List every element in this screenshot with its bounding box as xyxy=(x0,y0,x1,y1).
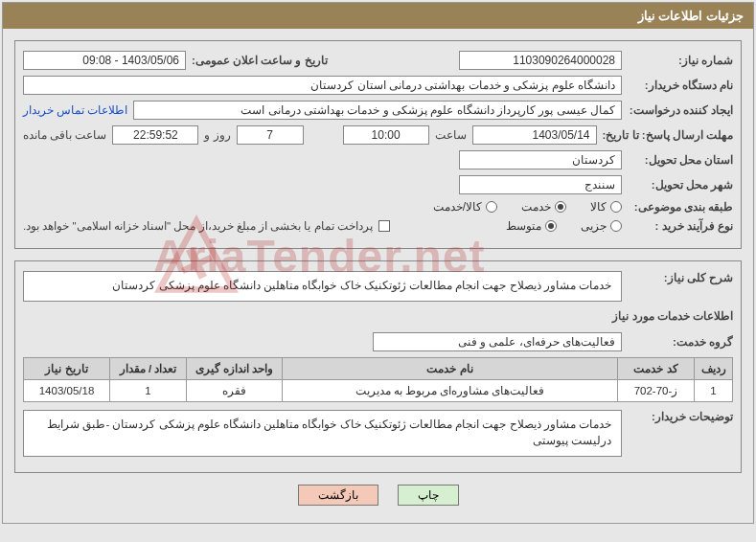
countdown-value: 22:59:52 xyxy=(112,125,198,145)
detail-panel: شرح کلی نیاز: خدمات مشاور ذیصلاح جهت انج… xyxy=(14,260,742,473)
td-code: ز-70-702 xyxy=(618,380,695,402)
td-qty: 1 xyxy=(110,380,187,402)
td-date: 1403/05/18 xyxy=(24,380,110,402)
radio-icon xyxy=(486,201,497,213)
button-row: چاپ بازگشت xyxy=(14,485,742,506)
group-label: گروه خدمت: xyxy=(628,335,733,349)
deadline-date-value: 1403/05/14 xyxy=(472,125,597,145)
buy-type-radio-group: جزیی متوسط xyxy=(506,219,622,233)
need-number-label: شماره نیاز: xyxy=(628,54,733,67)
content-area: AriaTender.net شماره نیاز: 1103090264000… xyxy=(3,29,753,523)
buyer-value: دانشگاه علوم پزشکی و خدمات بهداشتی درمان… xyxy=(23,76,622,95)
radio-icon xyxy=(555,201,566,213)
creator-value: کمال عیسی پور کارپرداز دانشگاه علوم پزشک… xyxy=(133,101,622,120)
services-table: ردیف کد خدمت نام خدمت واحد اندازه گیری ت… xyxy=(23,357,733,402)
radio-kalakhedmat[interactable]: کالا/خدمت xyxy=(433,200,497,214)
table-row: 1 ز-70-702 فعالیت‌های مشاوره‌ای مربوط به… xyxy=(24,380,733,402)
province-value: کردستان xyxy=(459,150,622,169)
radio-jozei[interactable]: جزیی xyxy=(581,219,622,233)
th-unit: واحد اندازه گیری xyxy=(187,358,283,380)
back-button[interactable]: بازگشت xyxy=(298,485,378,506)
creator-label: ایجاد کننده درخواست: xyxy=(628,103,733,117)
radio-khedmat-label: خدمت xyxy=(521,200,551,214)
th-date: تاریخ نیاز xyxy=(24,358,110,380)
page-title: جزئیات اطلاعات نیاز xyxy=(3,3,753,29)
radio-kala-label: کالا xyxy=(590,200,607,214)
td-radif: 1 xyxy=(695,380,733,402)
group-value: فعالیت‌های حرفه‌ای، علمی و فنی xyxy=(373,332,622,351)
summary-value: خدمات مشاور ذیصلاح جهت انجام مطالعات ژئو… xyxy=(23,271,622,302)
city-value: سنندج xyxy=(459,175,622,194)
radio-motevaset[interactable]: متوسط xyxy=(506,219,557,233)
province-label: استان محل تحویل: xyxy=(628,153,733,167)
deadline-time-value: 10:00 xyxy=(343,125,429,145)
td-unit: فقره xyxy=(187,380,283,402)
category-label: طبقه بندی موضوعی: xyxy=(628,200,733,214)
need-number-value: 1103090264000028 xyxy=(459,51,622,70)
th-qty: تعداد / مقدار xyxy=(110,358,187,380)
radio-icon xyxy=(610,220,622,232)
radio-jozei-label: جزیی xyxy=(581,219,607,233)
radio-kala[interactable]: کالا xyxy=(590,200,622,214)
radio-icon xyxy=(610,201,622,213)
radio-icon xyxy=(545,220,557,232)
table-header-row: ردیف کد خدمت نام خدمت واحد اندازه گیری ت… xyxy=(24,358,733,380)
time-label: ساعت xyxy=(435,128,467,142)
td-name: فعالیت‌های مشاوره‌ای مربوط به مدیریت xyxy=(283,380,618,402)
main-container: جزئیات اطلاعات نیاز AriaTender.net شماره… xyxy=(2,2,754,524)
radio-kalakhedmat-label: کالا/خدمت xyxy=(433,200,482,214)
header-panel: شماره نیاز: 1103090264000028 تاریخ و ساع… xyxy=(14,40,742,249)
days-label: روز و xyxy=(204,128,230,142)
public-time-value: 1403/05/06 - 09:08 xyxy=(23,51,186,70)
desc-value: خدمات مشاور ذیصلاح جهت انجام مطالعات ژئو… xyxy=(23,410,622,457)
desc-label: توضیحات خریدار: xyxy=(628,410,733,423)
buyer-contact-link[interactable]: اطلاعات تماس خریدار xyxy=(23,103,127,117)
th-code: کد خدمت xyxy=(618,358,695,380)
city-label: شهر محل تحویل: xyxy=(628,178,733,192)
info-label: اطلاعات خدمات مورد نیاز xyxy=(612,309,733,323)
payment-note: پرداخت تمام یا بخشی از مبلغ خرید،از محل … xyxy=(23,219,373,233)
days-value: 7 xyxy=(237,125,304,145)
payment-checkbox[interactable] xyxy=(378,220,390,232)
public-time-label: تاریخ و ساعت اعلان عمومی: xyxy=(192,54,328,67)
buyer-label: نام دستگاه خریدار: xyxy=(628,79,733,92)
category-radio-group: کالا خدمت کالا/خدمت xyxy=(433,200,622,214)
deadline-label: مهلت ارسال پاسخ: تا تاریخ: xyxy=(603,128,733,142)
th-name: نام خدمت xyxy=(283,358,618,380)
print-button[interactable]: چاپ xyxy=(398,485,459,506)
remaining-label: ساعت باقی مانده xyxy=(23,128,106,142)
buy-type-label: نوع فرآیند خرید : xyxy=(628,219,733,233)
summary-label: شرح کلی نیاز: xyxy=(628,271,733,284)
radio-motevaset-label: متوسط xyxy=(506,219,541,233)
radio-khedmat[interactable]: خدمت xyxy=(521,200,566,214)
th-radif: ردیف xyxy=(695,358,733,380)
